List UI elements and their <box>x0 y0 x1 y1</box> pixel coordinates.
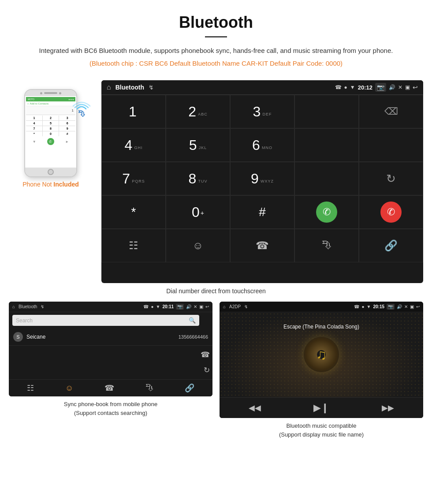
home-icon[interactable]: ⌂ <box>107 83 111 91</box>
song-title: Escape (The Pina Colada Song) <box>220 324 423 330</box>
pb-close-icon[interactable]: ✕ <box>194 304 197 309</box>
fullscreen-icon[interactable]: ▣ <box>405 84 410 90</box>
pb-usb-icon: ↯ <box>41 304 44 309</box>
music-vol-icon[interactable]: 🔊 <box>397 304 402 309</box>
title-divider <box>205 36 227 37</box>
play-pause-icon[interactable]: ▶❙ <box>313 402 329 414</box>
pb-nav-user[interactable]: ☺ <box>65 384 73 393</box>
music-caption: Bluetooth music compatible (Support disp… <box>220 422 423 439</box>
dial-grid: 1 2ABC 3DEF ⌫ 4GHI 5JKL 6MNO <box>101 95 423 262</box>
dial-call-btn[interactable]: ✆ <box>294 195 359 229</box>
dial-end-btn[interactable]: ✆ <box>359 195 423 229</box>
camera-icon[interactable]: 📷 <box>375 83 386 92</box>
music-close-icon[interactable]: ✕ <box>404 304 408 309</box>
pb-title: Bluetooth <box>19 304 37 309</box>
music-cam-icon[interactable]: 📷 <box>387 304 395 310</box>
contact-row[interactable]: S Seicane 13566664466 <box>9 329 212 346</box>
nav-contact-icon[interactable]: ☺ <box>166 229 230 262</box>
phonebook-shot: ⌂ Bluetooth ↯ ☎●▼ 20:11 📷 🔊 ✕ ▣ ↩ Search <box>9 302 212 439</box>
pb-home-icon[interactable]: ⌂ <box>12 304 15 309</box>
car-status-bar: ⌂ Bluetooth ↯ ☎ ● ▼ 20:12 📷 🔊 ✕ ▣ ↩ <box>101 80 423 95</box>
pb-back-icon[interactable]: ↩ <box>205 304 209 309</box>
back-icon[interactable]: ↩ <box>413 84 418 91</box>
dial-key-6[interactable]: 6MNO <box>230 128 294 162</box>
dial-key-star[interactable]: * <box>101 195 166 229</box>
page-title: Bluetooth <box>26 13 406 32</box>
contact-initial: S <box>13 332 23 342</box>
page-header: Bluetooth Integrated with BC6 Bluetooth … <box>0 0 432 80</box>
page-description: Integrated with BC6 Bluetooth module, su… <box>26 45 406 56</box>
usb-icon: ↯ <box>149 84 154 91</box>
contact-name: Seicane <box>26 334 179 340</box>
album-art: ♫ <box>304 337 339 372</box>
dial-key-4[interactable]: 4GHI <box>101 128 166 162</box>
volume-icon[interactable]: 🔊 <box>389 84 395 90</box>
dial-key-1[interactable]: 1 <box>101 95 166 128</box>
bottom-screenshots: ⌂ Bluetooth ↯ ☎●▼ 20:11 📷 🔊 ✕ ▣ ↩ Search <box>0 302 432 439</box>
pb-call-icon[interactable]: ☎ <box>201 350 210 359</box>
dial-empty-4 <box>294 162 359 195</box>
pb-vol-icon[interactable]: 🔊 <box>186 304 191 309</box>
phone-not-included-label: Phone Not Included <box>22 181 79 188</box>
bt-icon: ☎ <box>335 84 342 90</box>
music-screen: ⌂ A2DP ↯ ☎●▼ 20:15 📷 🔊 ✕ ▣ ↩ <box>220 302 423 418</box>
dial-backspace[interactable]: ⌫ <box>359 95 423 128</box>
music-shot: ⌂ A2DP ↯ ☎●▼ 20:15 📷 🔊 ✕ ▣ ↩ <box>220 302 423 439</box>
dial-key-3[interactable]: 3DEF <box>230 95 294 128</box>
search-icon[interactable]: 🔍 <box>189 317 196 324</box>
music-title-label: A2DP <box>229 304 241 309</box>
signal-icon: ▼ <box>350 84 355 90</box>
bluetooth-specs: (Bluetooth chip : CSR BC6 Default Blueto… <box>26 60 406 67</box>
pb-full-icon[interactable]: ▣ <box>199 304 203 309</box>
main-content: ⮷ MOTO● ● ● +Add to Contacts <box>0 80 432 283</box>
dial-key-8[interactable]: 8TUV <box>166 162 230 195</box>
music-full-icon[interactable]: ▣ <box>410 304 414 309</box>
bt-signal-icon: ⮷ <box>73 98 90 120</box>
nav-grid-icon[interactable]: ☷ <box>101 229 166 262</box>
location-icon: ● <box>344 84 347 90</box>
pb-nav-link[interactable]: 🔗 <box>185 383 194 393</box>
next-icon[interactable]: ▶▶ <box>382 403 394 413</box>
music-usb-icon: ↯ <box>244 304 248 309</box>
music-home-icon[interactable]: ⌂ <box>223 304 226 309</box>
dial-caption: Dial number direct from touchscreen <box>0 287 432 295</box>
pb-cam-icon[interactable]: 📷 <box>176 304 184 310</box>
music-content-area: Escape (The Pina Colada Song) ♫ ◀◀ ▶❙ ▶▶ <box>220 312 423 418</box>
nav-link-icon[interactable]: 🔗 <box>359 229 423 262</box>
pb-nav-bt[interactable]: ⮷ <box>145 384 153 393</box>
dial-empty-3 <box>359 128 423 162</box>
dial-key-hash[interactable]: # <box>230 195 294 229</box>
dial-key-7[interactable]: 7PQRS <box>101 162 166 195</box>
phonebook-caption: Sync phone-book from mobile phone (Suppo… <box>9 400 212 417</box>
dial-empty-1 <box>294 95 359 128</box>
close-icon[interactable]: ✕ <box>398 84 402 90</box>
dial-key-9[interactable]: 9WXYZ <box>230 162 294 195</box>
nav-phone-icon[interactable]: ☎ <box>230 229 294 262</box>
car-dial-screen: ⌂ Bluetooth ↯ ☎ ● ▼ 20:12 📷 🔊 ✕ ▣ ↩ 1 <box>101 80 423 283</box>
search-placeholder: Search <box>16 317 33 324</box>
phone-section: ⮷ MOTO● ● ● +Add to Contacts <box>9 89 93 188</box>
prev-icon[interactable]: ◀◀ <box>249 403 261 413</box>
music-back-icon[interactable]: ↩ <box>416 304 420 309</box>
phonebook-status-bar: ⌂ Bluetooth ↯ ☎●▼ 20:11 📷 🔊 ✕ ▣ ↩ <box>9 302 212 312</box>
screen-title: Bluetooth <box>115 84 144 91</box>
phonebook-screen: ⌂ Bluetooth ↯ ☎●▼ 20:11 📷 🔊 ✕ ▣ ↩ Search <box>9 302 212 396</box>
music-status-bar: ⌂ A2DP ↯ ☎●▼ 20:15 📷 🔊 ✕ ▣ ↩ <box>220 302 423 312</box>
pb-nav-phone[interactable]: ☎ <box>104 383 114 393</box>
pb-sync-icon[interactable]: ↻ <box>204 366 210 375</box>
svg-text:⮷: ⮷ <box>78 110 85 118</box>
status-time: 20:12 <box>358 84 372 91</box>
dial-empty-2 <box>294 128 359 162</box>
dial-key-5[interactable]: 5JKL <box>166 128 230 162</box>
dial-refresh[interactable]: ↻ <box>359 162 423 195</box>
music-controls: ◀◀ ▶❙ ▶▶ <box>220 397 423 418</box>
phone-mockup: MOTO● ● ● +Add to Contacts 1 1 2 3 <box>24 89 77 177</box>
pb-nav-grid[interactable]: ☷ <box>27 383 34 393</box>
contact-number: 13566664466 <box>179 334 208 340</box>
dial-key-2[interactable]: 2ABC <box>166 95 230 128</box>
dial-key-0[interactable]: 0 + <box>166 195 230 229</box>
nav-bt-icon[interactable]: ⮷ <box>294 229 359 262</box>
